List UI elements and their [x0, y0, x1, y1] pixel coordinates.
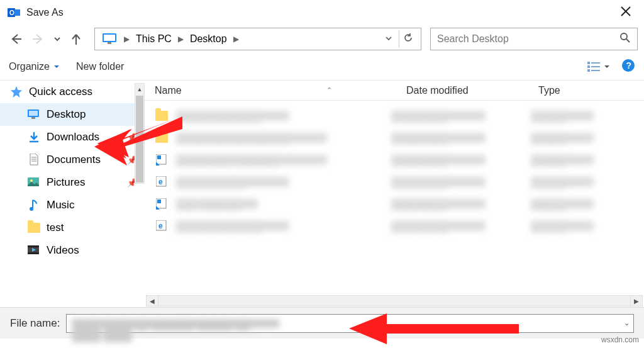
back-button[interactable]: [6, 30, 25, 48]
sidebar-item-documents[interactable]: Documents 📌: [0, 149, 145, 171]
pictures-icon: [28, 176, 40, 189]
scroll-left-icon[interactable]: ◀: [146, 295, 158, 306]
edge-icon: e: [155, 175, 169, 189]
search-box[interactable]: [430, 28, 638, 50]
svg-rect-12: [587, 62, 590, 64]
svg-rect-38: [157, 199, 161, 203]
thispc-icon: [99, 28, 121, 50]
star-icon: [10, 86, 23, 98]
shortcut-icon: [155, 153, 169, 167]
file-row[interactable]: ████████████ ████████ █████: [145, 104, 644, 126]
svg-rect-1: [14, 9, 20, 16]
svg-text:?: ?: [626, 60, 632, 70]
document-icon: [28, 154, 40, 166]
svg-rect-8: [104, 35, 115, 41]
svg-rect-22: [31, 117, 35, 119]
recent-locations-button[interactable]: [52, 30, 63, 48]
edge-icon: e: [155, 219, 169, 233]
svg-text:e: e: [158, 222, 163, 230]
desktop-icon: [28, 108, 40, 121]
navigation-pane: Quick access Desktop Downloads 📌 Documen…: [0, 81, 145, 307]
scroll-up-icon[interactable]: ▲: [135, 84, 144, 95]
music-icon: [28, 199, 40, 211]
scroll-track[interactable]: [158, 295, 630, 306]
sidebar-item-test[interactable]: test: [0, 216, 145, 239]
search-icon[interactable]: [619, 32, 631, 46]
navigation-row: ▶ This PC ▶ Desktop ▶: [0, 25, 644, 53]
column-date-modified[interactable]: Date modified: [400, 85, 532, 96]
svg-point-29: [30, 207, 33, 211]
command-bar: Organize New folder ?: [0, 53, 644, 81]
svg-point-28: [30, 179, 33, 182]
organize-button[interactable]: Organize: [9, 61, 60, 72]
filename-dropdown-icon[interactable]: ⌄: [624, 319, 630, 327]
sidebar-scrollbar[interactable]: ▲: [135, 83, 145, 184]
filename-input[interactable]: ████ ████ ██ ██████ █████ ██ ████ ████ ⌄: [66, 314, 634, 333]
svg-rect-17: [591, 70, 600, 71]
up-button[interactable]: [67, 30, 86, 48]
svg-rect-13: [587, 65, 590, 68]
forward-button[interactable]: [29, 30, 48, 48]
folder-icon: [155, 131, 169, 145]
file-row[interactable]: ████████████████ ████████ █████: [145, 126, 644, 149]
window-title: Save As: [26, 7, 64, 18]
scroll-right-icon[interactable]: ▶: [630, 295, 643, 306]
svg-line-11: [626, 39, 630, 42]
chevron-right-icon[interactable]: ▶: [175, 35, 186, 43]
svg-rect-31: [28, 245, 39, 247]
outlook-icon: O: [8, 6, 20, 19]
svg-text:e: e: [158, 177, 163, 186]
chevron-right-icon[interactable]: ▶: [121, 35, 132, 43]
sidebar-item-pictures[interactable]: Pictures 📌: [0, 171, 145, 194]
sort-indicator-icon: ⌃: [326, 86, 332, 94]
search-input[interactable]: [437, 33, 619, 45]
breadcrumb-desktop[interactable]: Desktop: [186, 28, 231, 50]
svg-rect-34: [157, 155, 161, 159]
file-row[interactable]: e ██████████ ████████ █████: [145, 171, 644, 193]
sidebar-item-downloads[interactable]: Downloads 📌: [0, 126, 145, 149]
svg-text:O: O: [9, 9, 14, 16]
videos-icon: [28, 244, 40, 257]
scroll-thumb[interactable]: [136, 96, 143, 182]
filename-label: File name:: [10, 317, 60, 330]
folder-icon: [28, 222, 40, 234]
footer: File name: ████ ████ ██ ██████ █████ ██ …: [0, 307, 644, 339]
help-button[interactable]: ?: [621, 59, 635, 75]
svg-rect-9: [108, 42, 111, 44]
view-options-button[interactable]: [587, 62, 610, 72]
svg-point-10: [621, 33, 627, 40]
folder-icon: [155, 109, 169, 123]
sidebar-quick-access[interactable]: Quick access: [0, 81, 145, 103]
refresh-button[interactable]: [399, 30, 417, 48]
column-name[interactable]: Name ⌃: [145, 85, 400, 96]
svg-rect-21: [29, 111, 38, 116]
download-icon: [28, 131, 40, 143]
close-button[interactable]: [615, 2, 636, 23]
svg-rect-14: [587, 69, 590, 72]
watermark: wsxdn.com: [601, 335, 639, 344]
file-list-pane: Name ⌃ Date modified Type ████████████ █…: [145, 81, 644, 307]
new-folder-button[interactable]: New folder: [76, 61, 124, 72]
sidebar-item-music[interactable]: Music: [0, 194, 145, 216]
shortcut-icon: [155, 197, 169, 211]
chevron-right-icon[interactable]: ▶: [231, 35, 242, 43]
file-row[interactable]: ████████ ██████ ████████ █████: [145, 149, 644, 171]
file-row[interactable]: ███ ██████ ████████ █████: [145, 193, 644, 215]
sidebar-item-desktop[interactable]: Desktop: [0, 103, 145, 126]
svg-rect-32: [28, 252, 39, 254]
svg-rect-16: [591, 66, 600, 67]
address-bar[interactable]: ▶ This PC ▶ Desktop ▶: [94, 28, 421, 50]
svg-rect-15: [591, 62, 600, 64]
sidebar-item-videos[interactable]: Videos: [0, 239, 145, 262]
breadcrumb-thispc[interactable]: This PC: [132, 28, 175, 50]
file-row[interactable]: e ████████████ ████████ █████: [145, 215, 644, 237]
title-bar: O Save As: [0, 0, 644, 25]
column-type[interactable]: Type: [532, 85, 644, 96]
horizontal-scrollbar[interactable]: ◀ ▶: [146, 295, 643, 307]
address-dropdown-icon[interactable]: [381, 31, 396, 47]
column-headers: Name ⌃ Date modified Type: [145, 81, 644, 101]
